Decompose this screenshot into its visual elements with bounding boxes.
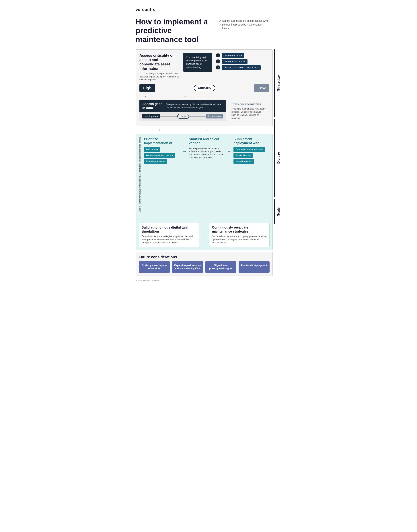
down-arrow-left: ↓ [145, 94, 147, 97]
supplement-col: Supplement deployment with Connected wor… [233, 137, 270, 165]
consider-box: Consider bringing in service providers t… [183, 53, 212, 72]
shortlist-desc: Ensure predictive maintenance software i… [189, 147, 225, 159]
scale-title: Future considerations [139, 255, 270, 259]
strategize-section: Assess criticality of assets and consoli… [136, 49, 273, 126]
scale-items: Scale by asset type to other sites Expan… [139, 261, 270, 273]
assess-gaps-box: Assess gapsin data The quality and frequ… [139, 100, 226, 122]
data-center-label: Data [177, 114, 189, 119]
scale-item-3: Migration to prescriptive insights [205, 261, 236, 273]
auto-arrow-wrapper: ↓ [139, 212, 270, 218]
step-item-2: 2 Create asset register [216, 59, 269, 64]
down-arrow-center: ↓ [184, 94, 186, 97]
crit-line: Criticality [155, 88, 254, 88]
step-item-1: 1 Create risk matrix [216, 53, 269, 58]
lots-of-data-tag: Lots of data [206, 114, 223, 118]
crit-center: Criticality [194, 85, 215, 91]
shortlist-col: Shortlist and select vendor Ensure predi… [189, 137, 225, 161]
source-text: Source: Verdantix analysis [136, 279, 281, 282]
down-arrow-digitize-left: ↓ [136, 128, 183, 132]
steps-list: 1 Create risk matrix 2 Create asset regi… [216, 53, 269, 71]
digitize-inner: Consider partnering with systems integra… [139, 137, 270, 212]
missing-data-tag: Missing data [142, 114, 160, 118]
digitize-columns: Prioritize implementation of IIoT sensor… [144, 137, 270, 165]
data-section: Assess gapsin data The quality and frequ… [139, 100, 269, 122]
down-arrow-digitize-right: ↓ [183, 128, 230, 132]
arrow-right-1: → [182, 149, 187, 154]
assess-block: Assess criticality of assets and consoli… [139, 53, 179, 81]
shortlist-title: Shortlist and select vendor [189, 137, 225, 145]
assess-title: Assess criticality of assets and consoli… [139, 53, 179, 71]
side-labels: Strategize Digitize Scale [274, 49, 281, 276]
mobile-tag: Mobile applications [144, 159, 167, 164]
main-title: How to implement a predictive maintenanc… [136, 18, 212, 44]
visual-insp-tag: Visual inspection [233, 159, 254, 164]
data-line: Data [160, 116, 206, 116]
header-section: How to implement a predictive maintenanc… [136, 18, 281, 44]
gaps-header: Assess gapsin data The quality and frequ… [139, 100, 226, 112]
scale-section: Future considerations Scale by asset typ… [136, 252, 273, 276]
criticality-bar: High Criticality Low [139, 84, 269, 92]
scale-item-4: Plant-wide deployment [239, 261, 270, 273]
main-wrapper: Assess criticality of assets and consoli… [136, 49, 281, 276]
digitize-arrows: ↓ ↓ [136, 126, 273, 132]
data-bar: Missing data Data Lots of data [139, 112, 226, 121]
autonomous-box: Build autonomous digital twin simulation… [139, 223, 199, 247]
gaps-title: Assess gapsin data [142, 102, 162, 110]
autonomous-desc: Expand maintenance strategies to optimiz… [141, 235, 196, 244]
gaps-desc: The quality and frequency of asset condi… [166, 103, 223, 109]
strategize-top: Assess criticality of assets and consoli… [139, 53, 269, 81]
auto-section: Build autonomous digital twin simulation… [139, 220, 270, 247]
auto-down-arrow: ↓ [146, 214, 270, 218]
subtitle: A step by step guide on best practices w… [219, 19, 271, 31]
iiот-tag: IIoT sensors [144, 147, 160, 152]
side-label-digitize: Digitize [274, 119, 281, 197]
side-label-strategize: Strategize [274, 49, 281, 117]
assess-desc: The complexity and importance of each as… [139, 72, 179, 81]
crit-high: High [139, 84, 155, 92]
step-num-1: 1 [216, 53, 220, 57]
side-rotate-label: Consider partnering with systems integra… [139, 137, 141, 212]
prioritize-col: Prioritize implementation of IIoT sensor… [144, 137, 180, 165]
connected-worker-tag: Connected worker solutions [233, 147, 265, 152]
arrow-row: ↓ ↓ [139, 92, 269, 98]
step-num-3: 3 [216, 65, 220, 69]
content-area: Assess criticality of assets and consoli… [136, 49, 273, 276]
step-item-3: 3 Assess each asset's failures risks [216, 65, 269, 70]
scale-item-2: Expand to performance and sustainability… [172, 261, 203, 273]
digitize-section: Consider partnering with systems integra… [136, 134, 273, 250]
revaluate-title: Continuously revaluate maintenance strat… [212, 226, 267, 233]
step-label-3: Assess each asset's failures risks [222, 65, 261, 70]
step-num-2: 2 [216, 59, 220, 63]
logo: verdantix [136, 7, 281, 12]
title-line2: predictive maintenance tool [136, 26, 198, 43]
step-label-2: Create asset register [222, 59, 248, 64]
consider-alt-desc: Predictive maintenance may not be requir… [231, 107, 266, 120]
consider-alt-title: Consider alternatives [231, 103, 266, 106]
title-line1: How to implement a [136, 18, 208, 26]
supplement-title: Supplement deployment with [233, 137, 270, 145]
3d-viz-tag: 3D visualization [233, 153, 253, 158]
autonomous-title: Build autonomous digital twin simulation… [141, 226, 196, 233]
prioritize-title: Prioritize implementation of [144, 137, 180, 145]
data-mgmt-tag: Data management platform [144, 153, 175, 158]
side-label-scale: Scale [274, 199, 281, 224]
revaluate-box: Continuously revaluate maintenance strat… [209, 223, 270, 247]
consider-alt-box: Consider alternatives Predictive mainten… [229, 100, 269, 122]
step-label-1: Create risk matrix [222, 53, 244, 58]
crit-low: Low [254, 84, 269, 92]
revaluate-desc: Optimized maintenance is an ongoing proc… [212, 235, 267, 244]
scale-item-1: Scale by asset type to other sites [139, 261, 170, 273]
revaluate-arrow: → [202, 232, 206, 238]
arrow-right-2: → [227, 149, 231, 154]
